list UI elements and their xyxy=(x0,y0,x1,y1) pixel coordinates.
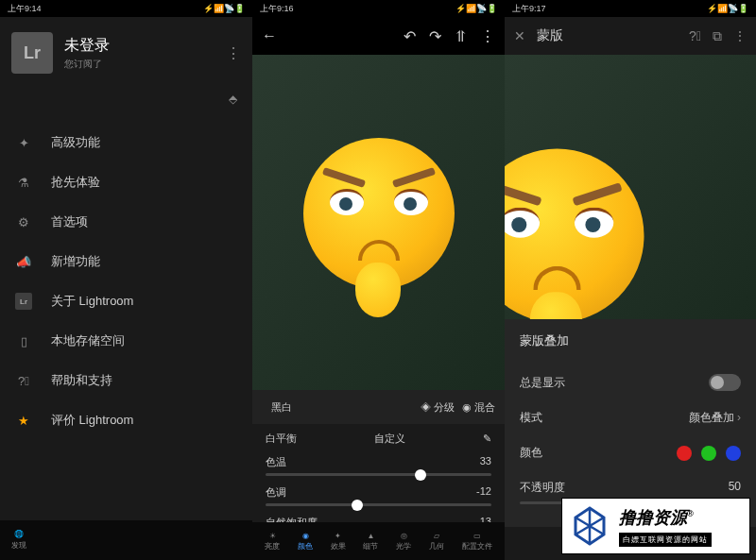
slider-value: -12 xyxy=(476,485,491,500)
redo-icon[interactable]: ↷ xyxy=(429,27,441,45)
mask-preview[interactable] xyxy=(505,55,756,319)
always-show-toggle[interactable] xyxy=(709,374,741,391)
share-icon[interactable]: ⥣ xyxy=(455,27,467,45)
tab-optics[interactable]: ◎光学 xyxy=(396,532,411,552)
edit-tabs: ☀亮度 ◉颜色 ✦效果 ▲细节 ◎光学 ▱几何 ▭配置文件 xyxy=(252,522,505,560)
menu-label: 高级功能 xyxy=(51,134,100,151)
tab-bw[interactable]: 黑白 xyxy=(262,397,301,418)
back-icon[interactable]: ← xyxy=(262,27,277,44)
header-title: 蒙版 xyxy=(537,27,678,44)
color-tabs: 黑白 ◈ 分级 ◉ 混合 xyxy=(252,390,505,424)
menu-about[interactable]: Lr关于 Lightroom xyxy=(0,281,252,321)
flask-icon: ⚗ xyxy=(15,174,32,191)
tab-label: 亮度 xyxy=(265,541,280,552)
geometry-icon: ▱ xyxy=(434,532,439,540)
tab-grading[interactable]: ◈ 分级 xyxy=(421,400,455,415)
slider-tint[interactable]: 色调-12 xyxy=(266,485,491,506)
tab-detail[interactable]: ▲细节 xyxy=(363,532,378,552)
tab-profiles[interactable]: ▭配置文件 xyxy=(462,532,492,552)
editor-panel: 上午9:16 ⚡📶📡🔋 ← ↶ ↷ ⥣ ⋮ 黑白 ◈ 分级 ◉ 混合 白平衡 自… xyxy=(252,0,505,560)
tab-geometry[interactable]: ▱几何 xyxy=(429,532,444,552)
status-time: 上午9:17 xyxy=(512,3,546,15)
menu-whats-new[interactable]: 📣新增功能 xyxy=(0,242,252,281)
sidebar-panel: 上午9:14 ⚡📶📡🔋 Lr 未登录 您订阅了 ⋮ ⬘ ✦高级功能 ⚗抢先体验 … xyxy=(0,0,252,560)
mode-label: 模式 xyxy=(520,410,542,426)
color-blue[interactable] xyxy=(726,446,741,461)
wb-label: 白平衡 xyxy=(266,432,297,446)
slider-temp[interactable]: 色温33 xyxy=(266,455,491,476)
profile-header: Lr 未登录 您订阅了 ⋮ xyxy=(0,17,252,89)
menu-storage[interactable]: ▯本地存储空间 xyxy=(0,321,252,361)
status-icons: ⚡📶📡🔋 xyxy=(707,4,748,13)
editor-toolbar: ← ↶ ↷ ⥣ ⋮ xyxy=(252,17,505,55)
mask-panel-screen: 上午9:17 ⚡📶📡🔋 ✕ 蒙版 ?⃝ ⧉ ⋮ 蒙版叠加 总是显示 模式 颜色叠… xyxy=(505,0,756,560)
status-time: 上午9:14 xyxy=(8,3,42,15)
menu-label: 评价 Lightroom xyxy=(51,412,133,429)
status-icons: ⚡📶📡🔋 xyxy=(455,4,497,13)
bottom-nav: 🌐发现 xyxy=(0,520,252,560)
color-red[interactable] xyxy=(677,446,692,461)
menu-rate[interactable]: ★评价 Lightroom xyxy=(0,400,252,440)
tab-mix[interactable]: ◉ 混合 xyxy=(462,400,495,415)
detail-icon: ▲ xyxy=(367,532,374,540)
slider-thumb[interactable] xyxy=(352,500,363,511)
opacity-label: 不透明度 xyxy=(520,480,565,496)
mask-header: ✕ 蒙版 ?⃝ ⧉ ⋮ xyxy=(505,17,756,55)
tab-color[interactable]: ◉颜色 xyxy=(298,532,313,552)
slider-thumb[interactable] xyxy=(415,469,426,481)
slider-track[interactable] xyxy=(266,503,491,506)
status-bar: 上午9:14 ⚡📶📡🔋 xyxy=(0,0,252,17)
menu-help[interactable]: ?⃝帮助和支持 xyxy=(0,361,252,400)
watermark: 撸撸资源® 白嫖互联网资源的网站 xyxy=(561,498,750,554)
menu-label: 帮助和支持 xyxy=(51,372,112,389)
tab-light[interactable]: ☀亮度 xyxy=(265,532,280,552)
tab-label: 光学 xyxy=(396,541,411,552)
globe-icon: 🌐 xyxy=(14,530,24,538)
copy-icon[interactable]: ⧉ xyxy=(713,28,722,44)
lr-icon: Lr xyxy=(15,293,32,310)
tab-label: 效果 xyxy=(331,541,346,552)
tab-effects[interactable]: ✦效果 xyxy=(331,532,346,552)
menu-list: ✦高级功能 ⚗抢先体验 ⚙首选项 📣新增功能 Lr关于 Lightroom ▯本… xyxy=(0,115,252,448)
menu-label: 新增功能 xyxy=(51,253,100,270)
tab-label: 颜色 xyxy=(298,541,313,552)
always-show-label: 总是显示 xyxy=(520,375,565,391)
undo-icon[interactable]: ↶ xyxy=(404,27,416,45)
mask-settings: 蒙版叠加 总是显示 模式 颜色叠加 › 颜色 不透明度50 xyxy=(505,319,756,527)
slider-track[interactable] xyxy=(266,473,491,476)
watermark-title: 撸撸资源® xyxy=(619,506,746,529)
tab-label: 配置文件 xyxy=(462,541,492,552)
slider-name: 色温 xyxy=(266,455,286,469)
effects-icon: ✦ xyxy=(335,532,341,540)
preview-content xyxy=(505,138,655,319)
help-icon: ?⃝ xyxy=(15,372,32,389)
more-icon[interactable]: ⋮ xyxy=(480,27,495,45)
help-icon[interactable]: ?⃝ xyxy=(689,28,701,43)
menu-premium[interactable]: ✦高级功能 xyxy=(0,123,252,162)
tab-label: 细节 xyxy=(363,541,378,552)
menu-early-access[interactable]: ⚗抢先体验 xyxy=(0,162,252,202)
more-menu-icon[interactable]: ⋮ xyxy=(226,44,241,62)
mode-row[interactable]: 模式 颜色叠加 › xyxy=(520,400,741,435)
more-icon[interactable]: ⋮ xyxy=(733,28,747,43)
slider-name: 色调 xyxy=(266,485,286,500)
login-status[interactable]: 未登录 xyxy=(64,36,226,56)
color-icon: ◉ xyxy=(302,532,309,540)
nav-discover[interactable]: 🌐发现 xyxy=(11,530,26,551)
mode-value: 颜色叠加 xyxy=(689,411,734,424)
menu-label: 关于 Lightroom xyxy=(51,293,133,310)
status-bar: 上午9:17 ⚡📶📡🔋 xyxy=(505,0,756,17)
menu-preferences[interactable]: ⚙首选项 xyxy=(0,202,252,242)
chevron-right-icon: › xyxy=(737,411,741,424)
image-preview[interactable] xyxy=(252,55,505,390)
gear-icon: ⚙ xyxy=(15,213,32,230)
filter-icon[interactable]: ⬘ xyxy=(229,93,237,106)
optics-icon: ◎ xyxy=(401,532,407,540)
app-logo: Lr xyxy=(11,32,53,74)
subscription-status: 您订阅了 xyxy=(64,58,226,71)
white-balance-row[interactable]: 白平衡 自定义 ✎ xyxy=(266,432,491,446)
eyedropper-icon[interactable]: ✎ xyxy=(483,433,491,445)
menu-label: 首选项 xyxy=(51,213,88,230)
color-green[interactable] xyxy=(701,446,716,461)
close-icon[interactable]: ✕ xyxy=(514,28,525,43)
